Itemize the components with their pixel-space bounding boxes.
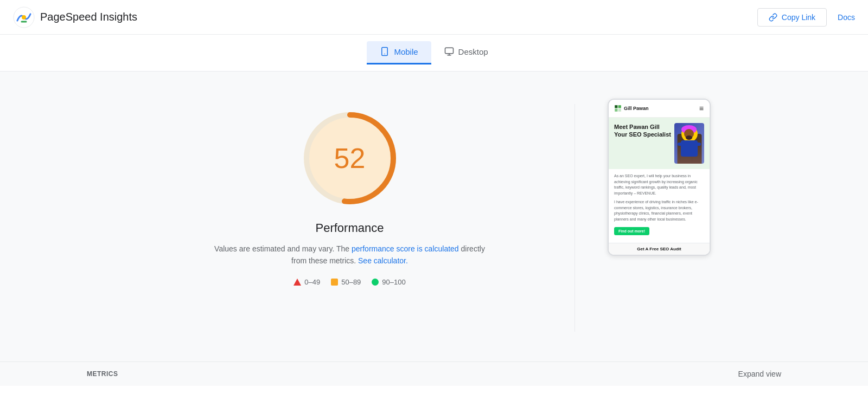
main-content: 52 Performance Values are estimated and … [0,72,868,386]
phone-header: Gill Pawan ≡ [609,100,710,118]
hero-person-svg [674,123,704,164]
copy-link-button[interactable]: Copy Link [757,8,827,27]
phone-hero-text: Meet Pawan Gill Your SEO Specialist [614,123,671,141]
tab-desktop-label: Desktop [458,47,488,56]
svg-rect-4 [445,48,453,54]
calculator-link[interactable]: See calculator. [358,256,408,265]
phone-cta-button: Find out more! [614,227,649,235]
legend-needs-improvement-range: 50–89 [341,278,361,286]
phone-body-text1: As an SEO expert, I will help your busin… [614,173,704,196]
svg-rect-19 [694,143,701,146]
legend-triangle-icon [293,279,301,286]
svg-point-1 [22,15,26,20]
docs-link[interactable]: Docs [838,13,855,22]
expand-view-button[interactable]: Expand view [738,370,781,378]
phone-hero-title: Meet Pawan Gill Your SEO Specialist [614,123,671,139]
legend-item-good: 90–100 [372,278,405,286]
svg-rect-12 [615,109,617,112]
tab-mobile-label: Mobile [394,47,418,56]
phone-hero-image [674,123,704,164]
tab-mobile[interactable]: Mobile [367,41,431,64]
legend-item-needs-improvement: 50–89 [331,278,361,286]
phone-menu-icon: ≡ [699,104,704,113]
score-section: 52 Performance Values are estimated and … [157,93,542,286]
phone-footer: Get A Free SEO Audit [609,243,710,255]
svg-point-16 [686,135,692,140]
tab-desktop[interactable]: Desktop [431,41,501,64]
pagespeed-logo-icon [13,7,35,28]
vertical-divider [575,104,575,332]
svg-rect-10 [615,105,617,108]
header-right: Copy Link Docs [757,8,855,27]
phone-hero: Meet Pawan Gill Your SEO Specialist [609,118,710,169]
svg-rect-11 [618,105,621,108]
phone-frame: Gill Pawan ≡ Meet Pawan Gill Your SEO Sp… [608,99,711,256]
legend-square-icon [331,279,338,286]
phone-logo: Gill Pawan [614,105,649,112]
gauge-container: 52 [296,104,404,212]
phone-logo-text: Gill Pawan [624,106,649,111]
header-left: PageSpeed Insights [13,7,137,28]
svg-rect-13 [618,109,621,112]
device-preview: Gill Pawan ≡ Meet Pawan Gill Your SEO Sp… [608,93,711,256]
phone-body: As an SEO expert, I will help your busin… [609,169,710,243]
desc-static: Values are estimated and may vary. The [214,244,352,253]
legend-item-poor: 0–49 [293,278,320,286]
legend-good-range: 90–100 [382,278,405,286]
link-icon [769,13,777,22]
performance-description: Values are estimated and may vary. The p… [214,243,486,267]
legend-poor-range: 0–49 [304,278,320,286]
performance-title: Performance [316,221,384,235]
phone-content: Gill Pawan ≡ Meet Pawan Gill Your SEO Sp… [609,100,710,255]
tabs-container: Mobile Desktop [0,35,868,72]
legend: 0–49 50–89 90–100 [293,278,405,286]
metrics-label: METRICS [87,370,118,378]
metrics-bar: METRICS Expand view [0,361,868,386]
legend-circle-icon [372,279,379,286]
desktop-icon [444,47,454,56]
svg-rect-18 [678,143,684,146]
gauge-score: 52 [334,142,366,174]
app-title: PageSpeed Insights [40,11,137,23]
perf-score-link[interactable]: performance score is calculated [352,244,459,253]
content-area: 52 Performance Values are estimated and … [81,93,787,332]
phone-logo-icon [614,105,622,112]
header: PageSpeed Insights Copy Link Docs [0,0,868,35]
phone-body-text2: I have experience of driving traffic in … [614,199,704,222]
mobile-icon [380,47,390,56]
